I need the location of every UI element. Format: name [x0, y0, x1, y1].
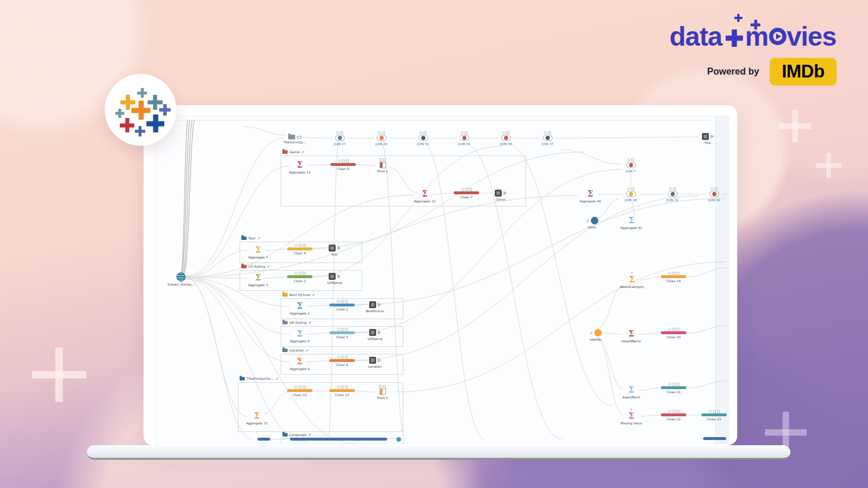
agg-node-aggregate-31[interactable]: ΣAggregate 31: [238, 412, 275, 425]
node-label: Genre: [496, 198, 506, 201]
clean-node-clean-5[interactable]: Clean 5: [323, 327, 361, 339]
node-label: JOIN 29: [376, 142, 387, 146]
agg-node-aggregate-3[interactable]: ΣAggregate 3: [240, 273, 277, 287]
circle-node-titles[interactable]: titles: [573, 217, 610, 229]
agg-node-aggregate-1[interactable]: ΣAggregate 1: [281, 302, 318, 315]
join-node-join-29[interactable]: JOIN 29: [363, 131, 400, 146]
dot-node-node[interactable]: [380, 437, 417, 442]
node-mini-icons: [627, 187, 634, 191]
join-venn-icon: [377, 135, 387, 141]
node-label: USRating: [327, 281, 341, 284]
clean-node-clean-22[interactable]: Clean 22: [655, 409, 692, 421]
laptop-mockup: Genre Year US Rating Best Picture UK Rat…: [144, 105, 737, 445]
clean-node-clean-8[interactable]: Clean 8: [323, 355, 361, 367]
clean-step-bar: [258, 438, 270, 441]
source-node-extract-extrac[interactable]: Extract (Extrac...: [163, 272, 200, 286]
output-node-location[interactable]: Location: [356, 357, 393, 368]
join-node-join-28[interactable]: JOIN 28: [612, 187, 649, 202]
aggregate-sigma-icon: Σ: [628, 330, 634, 338]
agg-node-awardname[interactable]: ΣAwardName: [613, 330, 650, 343]
node-mini-icons: [668, 382, 679, 386]
agg-node-aggregate-11[interactable]: ΣAggregate 11: [281, 161, 318, 174]
join-node-join-7[interactable]: JOIN 7: [612, 158, 649, 173]
edit-pencil-icon: [308, 321, 311, 324]
clean-step-bar: [287, 275, 312, 278]
clean-node-clean-21[interactable]: Clean 21: [655, 382, 692, 394]
output-icon: [369, 357, 376, 364]
output-node-genre[interactable]: Genre: [482, 190, 519, 201]
clean-node-node[interactable]: [245, 438, 282, 441]
agg-node-aggregate-9[interactable]: ΣAggregate 9: [281, 357, 318, 371]
group-label: US Rating: [241, 264, 270, 268]
clean-node-node[interactable]: [320, 438, 357, 441]
join-node-join-36[interactable]: JOIN 36: [487, 131, 524, 146]
clean-node-clean-23[interactable]: Clean 23: [696, 409, 729, 421]
node-label: JOIN 30: [708, 198, 720, 202]
join-node-join-37[interactable]: JOIN 37: [529, 131, 566, 146]
clean-node-clean-2[interactable]: Clean 2: [281, 271, 318, 283]
edit-pencil-icon: [586, 219, 589, 222]
circle-node-awards[interactable]: awards: [577, 329, 614, 341]
clean-node-clean-13[interactable]: Clean 13: [323, 385, 361, 397]
clean-step-bar: [661, 331, 686, 334]
input-circle-icon: [594, 329, 602, 337]
agg-node-awardrank[interactable]: ΣAwardRank: [613, 386, 650, 399]
indigo-plus-bottom: [135, 126, 145, 136]
tableau-prep-canvas[interactable]: Genre Year US Rating Best Picture UK Rat…: [155, 116, 729, 444]
aggregate-sigma-icon: Σ: [297, 330, 303, 338]
node-label: Clean 12: [293, 393, 307, 397]
clean-node-clean-1[interactable]: Clean 1: [323, 300, 361, 311]
clean-node-clean-12[interactable]: Clean 12: [281, 385, 318, 397]
agg-node-missing-value[interactable]: ΣMissing Value: [613, 408, 650, 425]
node-label: Missing Value: [620, 422, 642, 425]
join-node-join-31[interactable]: JOIN 31: [404, 131, 442, 146]
node-mini-icons: [338, 159, 349, 163]
pivot-node-pivot-1[interactable]: Pivot 1: [364, 158, 401, 173]
node-label: Extract (Extrac...: [168, 283, 194, 286]
join-node-join-31[interactable]: JOIN 31: [654, 187, 691, 202]
group-label: Language: [282, 432, 311, 437]
plus-decoration-icon: [816, 153, 841, 178]
pivot-node-pivot-3[interactable]: Pivot 3: [364, 385, 401, 400]
folder-icon: [241, 236, 247, 240]
input-node-titlegenrejo[interactable]: TitleGenreJo...: [276, 135, 313, 144]
node-label: Year: [331, 253, 338, 256]
group-label: UK Rating: [282, 320, 311, 324]
node-mini-icons: [379, 385, 386, 389]
group-label: Year: [241, 236, 260, 240]
node-mini-icons: [668, 327, 679, 331]
node-label: UKRating: [367, 337, 382, 341]
node-mini-icons: [379, 158, 386, 162]
run-play-icon: [337, 274, 341, 279]
node-label: Aggregate 1: [290, 312, 310, 315]
node-mini-icons: [295, 385, 306, 389]
join-node-join-33[interactable]: JOIN 33: [446, 131, 483, 146]
agg-node-aggregate-7[interactable]: ΣAggregate 7: [240, 246, 277, 259]
join-node-join-27[interactable]: JOIN 27: [321, 131, 358, 146]
agg-node-aggregate-12[interactable]: ΣAggregate 12: [406, 190, 443, 203]
agg-node-aggregate-40[interactable]: ΣAggregate 40: [572, 190, 609, 203]
output-node-bestpicture[interactable]: BestPicture: [356, 301, 393, 313]
run-play-icon: [378, 330, 381, 335]
edit-pencil-icon: [258, 236, 260, 239]
node-label: Pivot 3: [377, 396, 388, 400]
folder-icon: [241, 265, 247, 268]
output-node-usrating[interactable]: USRating: [316, 273, 353, 284]
agg-node-awardcategory[interactable]: ΣAwardCategory: [613, 271, 650, 289]
clean-node-node[interactable]: [696, 437, 729, 440]
clean-step-bar: [329, 331, 355, 334]
output-node-title[interactable]: Title: [689, 133, 726, 145]
clean-node-clean-4[interactable]: Clean 4: [281, 243, 318, 255]
output-icon: [329, 245, 336, 252]
clean-node-clean-19[interactable]: Clean 19: [655, 271, 692, 283]
agg-node-aggregate-41[interactable]: ΣAggregate 41: [613, 216, 650, 230]
join-node-join-30[interactable]: JOIN 30: [696, 187, 729, 202]
clean-node-clean-7[interactable]: Clean 7: [448, 187, 485, 199]
agg-node-aggregate-6[interactable]: ΣAggregate 6: [281, 330, 318, 343]
clean-node-clean-20[interactable]: Clean 20: [655, 327, 692, 339]
output-node-year[interactable]: Year: [316, 245, 353, 256]
folder-icon: [282, 349, 288, 352]
node-label: JOIN 33: [458, 142, 470, 146]
output-node-ukrating[interactable]: UKRating: [356, 329, 393, 341]
clean-node-clean-6[interactable]: Clean 6: [325, 159, 362, 171]
